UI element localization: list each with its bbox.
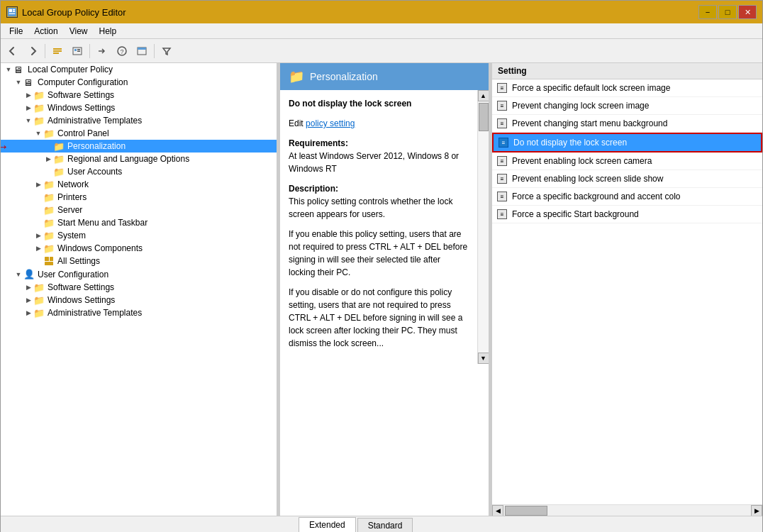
reg-expander[interactable]: ▶	[43, 154, 53, 164]
tree-windows-settings-1[interactable]: ▶ 📁 Windows Settings	[1, 101, 277, 114]
minimize-button[interactable]: −	[698, 5, 717, 19]
print-expander[interactable]	[33, 192, 43, 202]
scroll-up-arrow[interactable]: ▲	[478, 90, 489, 101]
forward2-button[interactable]	[93, 42, 111, 60]
root-computer-icon: 🖥	[13, 65, 25, 74]
scroll-left-arrow[interactable]: ◀	[492, 505, 503, 516]
as-expander[interactable]	[33, 256, 43, 266]
tree-server[interactable]: 📁 Server	[1, 204, 277, 216]
setting-item-4[interactable]: ≡ Do not display the lock screen	[492, 133, 762, 153]
tree-windows-settings-2[interactable]: ▶ 📁 Windows Settings	[1, 294, 277, 306]
svg-rect-3	[13, 11, 16, 12]
tree-user-config[interactable]: ▼ 👤 User Configuration	[1, 267, 277, 281]
show-button[interactable]	[68, 42, 87, 60]
desc-extended1-section: If you enable this policy setting, users…	[289, 228, 469, 279]
uc-label: User Configuration	[38, 270, 108, 279]
desc-panel: 📁 Personalization Do not display the loc…	[280, 63, 489, 516]
setting-item-2[interactable]: ≡ Prevent changing lock screen image	[492, 97, 762, 115]
net-expander[interactable]: ▶	[33, 179, 43, 189]
setting-label-4: Do not display the lock screen	[513, 138, 627, 148]
scroll-right-arrow[interactable]: ▶	[751, 505, 762, 516]
menu-action[interactable]: Action	[28, 25, 63, 38]
sm-expander[interactable]	[33, 218, 43, 228]
desc-policy-link[interactable]: policy setting	[306, 118, 355, 128]
setting-item-7[interactable]: ≡ Force a specific background and accent…	[492, 188, 762, 206]
setting-icon-6: ≡	[496, 173, 508, 184]
cc-icon: 🖥	[23, 77, 35, 87]
filter-button[interactable]	[157, 42, 176, 60]
setting-item-3[interactable]: ≡ Prevent changing start menu background	[492, 115, 762, 133]
toolbar: ?	[1, 39, 762, 63]
ua-expander[interactable]	[43, 167, 53, 177]
ss2-label: Software Settings	[48, 282, 114, 292]
svg-rect-18	[45, 262, 53, 265]
menu-help[interactable]: Help	[94, 25, 123, 38]
setting-item-1[interactable]: ≡ Force a specific default lock screen i…	[492, 79, 762, 97]
scroll-down-arrow[interactable]: ▼	[478, 353, 489, 364]
tree-root[interactable]: ▼ 🖥 Local Computer Policy	[1, 63, 277, 76]
menu-view[interactable]: View	[64, 25, 94, 38]
pers-expander[interactable]	[43, 141, 53, 151]
desc-header: 📁 Personalization	[280, 63, 489, 90]
menu-file[interactable]: File	[4, 25, 28, 38]
tree-windows-components[interactable]: ▶ 📁 Windows Components	[1, 242, 277, 255]
setting-item-8[interactable]: ≡ Force a specific Start background	[492, 206, 762, 223]
svg-rect-11	[77, 50, 80, 52]
tree-user-accounts[interactable]: 📁 User Accounts	[1, 165, 277, 178]
bottom-tabs: Extended Standard	[1, 516, 762, 532]
setting-label-7: Force a specific background and accent c…	[512, 192, 680, 201]
tree-personalization[interactable]: 📁 Personalization	[1, 140, 277, 153]
desc-requirements-section: Requirements: At least Windows Server 20…	[289, 137, 469, 175]
horiz-scroll-thumb[interactable]	[505, 506, 547, 516]
back-button[interactable]	[4, 42, 22, 60]
cc-expander[interactable]: ▼	[13, 77, 23, 87]
forward-button[interactable]	[23, 42, 42, 60]
sm-label: Start Menu and Taskbar	[57, 218, 147, 228]
maximize-button[interactable]: □	[718, 5, 737, 19]
tab-extended[interactable]: Extended	[299, 517, 356, 532]
tree-all-settings[interactable]: All Settings	[1, 255, 277, 267]
desc-scrollbar: ▲ ▼	[477, 90, 489, 364]
sys-expander[interactable]: ▶	[33, 231, 43, 240]
right-panel: 📁 Personalization Do not display the loc…	[280, 63, 762, 516]
root-expander[interactable]: ▼	[4, 65, 13, 74]
setting-label-8: Force a specific Start background	[512, 209, 639, 219]
close-button[interactable]: ✕	[738, 5, 757, 19]
at-expander[interactable]: ▼	[23, 116, 33, 126]
desc-extended2: If you disable or do not configure this …	[289, 287, 462, 348]
tree-printers[interactable]: 📁 Printers	[1, 191, 277, 204]
red-arrow: →	[1, 138, 9, 155]
setting-label-6: Prevent enabling lock screen slide show	[512, 174, 663, 184]
tree-software-settings-2[interactable]: ▶ 📁 Software Settings	[1, 281, 277, 294]
ss2-expander[interactable]: ▶	[23, 282, 33, 292]
ss1-label: Software Settings	[48, 90, 114, 100]
uc-expander[interactable]: ▼	[13, 270, 23, 279]
tree-regional[interactable]: ▶ 📁 Regional and Language Options	[1, 153, 277, 165]
ws2-expander[interactable]: ▶	[23, 295, 33, 305]
ws1-expander[interactable]: ▶	[23, 103, 33, 113]
scroll-thumb[interactable]	[479, 103, 489, 131]
desc-scroll-area: Do not display the lock screen Edit poli…	[280, 90, 489, 364]
ss1-expander[interactable]: ▶	[23, 90, 33, 100]
tree-start-menu[interactable]: 📁 Start Menu and Taskbar	[1, 216, 277, 229]
srv-expander[interactable]	[33, 205, 43, 215]
at2-expander[interactable]: ▶	[23, 308, 33, 318]
tree-control-panel[interactable]: ▼ 📁 Control Panel	[1, 127, 277, 140]
up-button[interactable]	[48, 42, 67, 60]
tree-admin-templates[interactable]: ▼ 📁 Administrative Templates	[1, 114, 277, 127]
setting-icon-2: ≡	[496, 100, 508, 111]
cp-expander[interactable]: ▼	[33, 128, 43, 138]
tree-software-settings-1[interactable]: ▶ 📁 Software Settings	[1, 89, 277, 101]
tree-admin-templates-2[interactable]: ▶ 📁 Administrative Templates	[1, 306, 277, 319]
tree-system[interactable]: ▶ 📁 System	[1, 229, 277, 242]
tab-standard[interactable]: Standard	[357, 518, 413, 532]
tree-computer-config[interactable]: ▼ 🖥 Computer Configuration	[1, 76, 277, 89]
setting-item-6[interactable]: ≡ Prevent enabling lock screen slide sho…	[492, 170, 762, 188]
sm-icon: 📁	[43, 218, 55, 228]
props-button[interactable]	[133, 42, 151, 60]
setting-item-5[interactable]: ≡ Prevent enabling lock screen camera	[492, 153, 762, 170]
tree-network[interactable]: ▶ 📁 Network	[1, 178, 277, 191]
help-button[interactable]: ?	[113, 42, 131, 60]
setting-icon-8: ≡	[496, 209, 508, 220]
wc-expander[interactable]: ▶	[33, 243, 43, 253]
